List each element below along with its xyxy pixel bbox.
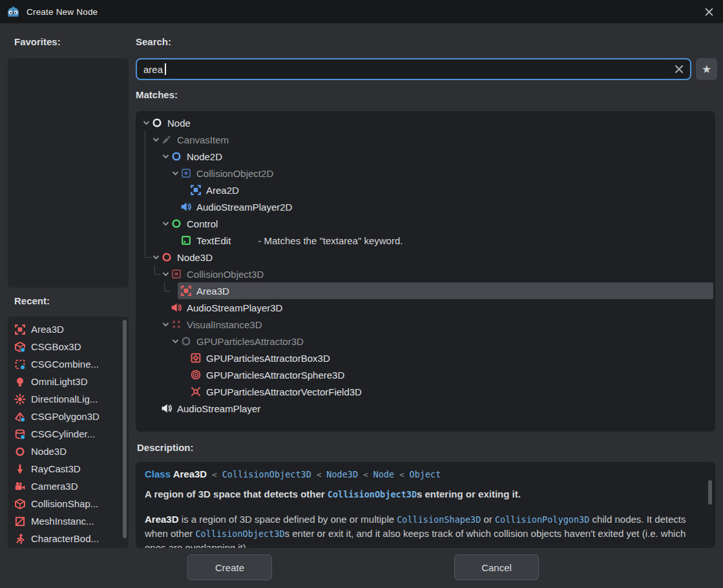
tree-item-canvasitem[interactable]: CanvasItem [136, 131, 715, 148]
class-doc-link[interactable]: CollisionObject3D [222, 469, 311, 479]
favorite-star-button[interactable]: ★ [696, 58, 717, 80]
search-field-wrap [136, 58, 691, 80]
description-label: Description: [137, 442, 194, 453]
search-input[interactable] [136, 58, 691, 80]
tree-item-label: CanvasItem [177, 134, 229, 145]
create-button[interactable]: Create [187, 554, 272, 580]
title-bar: Create New Node [0, 0, 723, 23]
csg-cylinder-3d-icon [14, 428, 26, 440]
cancel-button[interactable]: Cancel [454, 554, 539, 580]
description-scrollbar-thumb[interactable] [708, 480, 712, 505]
recent-item-omnilight3d[interactable]: OmniLight3D [8, 373, 129, 390]
chevron-spacer [151, 403, 161, 414]
chevron-down-icon[interactable] [170, 336, 180, 346]
tree-item-audiostreamplayer3d[interactable]: AudioStreamPlayer3D [136, 299, 715, 316]
recent-item-meshinstanc[interactable]: MeshInstanc... [8, 512, 129, 530]
class-detailed-description: Area3D is a region of 3D space defined b… [145, 512, 706, 548]
tree-item-gpuparticlesattractorsphere3d[interactable]: GPUParticlesAttractorSphere3D [136, 366, 715, 383]
class-doc-link[interactable]: Object [410, 469, 441, 479]
recent-item-csgcylinder[interactable]: CSGCylinder... [8, 425, 129, 443]
class-doc-link[interactable]: CollisionPolygon3D [495, 514, 589, 525]
chevron-down-icon[interactable] [141, 118, 151, 128]
node-icon [151, 117, 163, 129]
recent-list: Area3DCSGBox3DCSGCombine...OmniLight3DDi… [8, 317, 129, 548]
tree-item-gpuparticlesattractorbox3d[interactable]: GPUParticlesAttractorBox3D [136, 350, 715, 366]
omni-light-3d-icon [14, 376, 26, 388]
recent-item-label: Camera3D [31, 481, 78, 492]
canvas-item-icon [161, 134, 173, 145]
tree-item-collisionobject3d[interactable]: CollisionObject3D [136, 266, 715, 282]
tree-item-area2d[interactable]: Area2D [136, 182, 715, 198]
class-doc-link[interactable]: Node [373, 469, 395, 479]
tree-item-audiostreamplayer2d[interactable]: AudioStreamPlayer2D [136, 198, 715, 215]
node2d-icon [171, 151, 182, 162]
control-icon [171, 218, 182, 229]
tree-item-textedit[interactable]: TextEdit- Matches the "textarea" keyword… [136, 232, 715, 249]
tree-guide-line [145, 148, 145, 165]
chevron-spacer [180, 370, 190, 380]
description-text: Area3D [173, 468, 207, 479]
tree-item-gpuparticlesattractor3d[interactable]: GPUParticlesAttractor3D [136, 333, 715, 350]
collision-object-3d-icon [171, 268, 182, 280]
tree-guide-line [145, 198, 145, 215]
chevron-down-icon[interactable] [170, 168, 180, 178]
recent-item-directionallig[interactable]: DirectionalLig... [8, 390, 129, 408]
class-doc-link[interactable]: CollisionObject3D [328, 489, 417, 499]
audio-stream-player-icon [161, 403, 173, 414]
tree-item-node3d[interactable]: Node3D [136, 249, 715, 266]
chevron-down-icon[interactable] [160, 218, 171, 229]
tree-item-visualinstance3d[interactable]: VisualInstance3D [136, 316, 715, 333]
text-edit-icon [180, 235, 192, 246]
csg-polygon-3d-icon [14, 411, 26, 423]
chevron-spacer [160, 302, 171, 313]
chevron-down-icon[interactable] [151, 252, 161, 262]
gpu-particles-attractor-vector-field-3d-icon [190, 386, 202, 397]
description-text: < [358, 470, 373, 479]
gpu-particles-attractor-box-3d-icon [190, 352, 202, 364]
tree-item-area3d[interactable]: Area3D [136, 282, 715, 299]
class-hierarchy-line: Class Area3D < CollisionObject3D < Node3… [145, 467, 706, 481]
chevron-down-icon[interactable] [160, 151, 171, 162]
recent-item-camera3d[interactable]: Camera3D [8, 478, 129, 495]
audio-stream-player-3d-icon [171, 302, 182, 313]
tree-item-audiostreamplayer[interactable]: AudioStreamPlayer [136, 400, 715, 417]
recent-item-label: CSGBox3D [31, 341, 81, 352]
tree-item-label: GPUParticlesAttractorSphere3D [206, 370, 344, 381]
class-doc-link[interactable]: CollisionObject3D [195, 529, 284, 539]
recent-scrollbar-thumb[interactable] [123, 320, 127, 538]
tree-item-label: GPUParticlesAttractorBox3D [206, 353, 330, 364]
tree-item-node[interactable]: Node [136, 114, 715, 131]
audio-stream-player-2d-icon [180, 201, 192, 213]
class-doc-link[interactable]: Node3D [326, 469, 358, 479]
directional-light-3d-icon [14, 394, 26, 405]
node3d-icon [161, 251, 173, 263]
recent-item-area3d[interactable]: Area3D [8, 320, 129, 338]
recent-item-csgpolygon3d[interactable]: CSGPolygon3D [8, 408, 129, 425]
recent-item-node3d[interactable]: Node3D [8, 443, 129, 460]
gpu-particles-attractor-3d-icon [180, 335, 192, 347]
clear-search-icon[interactable] [672, 63, 686, 76]
area2d-icon [190, 184, 202, 196]
tree-item-gpuparticlesattractorvectorfield3d[interactable]: GPUParticlesAttractorVectorField3D [136, 383, 715, 400]
chevron-spacer [180, 185, 190, 195]
chevron-spacer [170, 202, 180, 212]
chevron-down-icon[interactable] [151, 134, 161, 145]
class-doc-link[interactable]: CollisionShape3D [397, 514, 481, 525]
recent-item-csgcombine[interactable]: CSGCombine... [8, 355, 129, 373]
recent-item-label: Node3D [31, 446, 67, 457]
chevron-down-icon[interactable] [160, 319, 171, 330]
tree-item-collisionobject2d[interactable]: CollisionObject2D [136, 165, 715, 182]
area3d-icon [180, 285, 192, 297]
recent-item-collisionshap[interactable]: CollisionShap... [8, 495, 129, 512]
tree-item-node2d[interactable]: Node2D [136, 148, 715, 165]
recent-item-raycast3d[interactable]: RayCast3D [8, 460, 129, 478]
selection-highlight [178, 282, 713, 299]
close-icon[interactable] [700, 3, 718, 20]
recent-item-csgbox3d[interactable]: CSGBox3D [8, 338, 129, 355]
chevron-down-icon[interactable] [160, 269, 171, 279]
tree-item-control[interactable]: Control [136, 215, 715, 232]
recent-item-characterbod[interactable]: CharacterBod... [8, 530, 129, 547]
tree-item-label: Node2D [187, 151, 222, 162]
recent-item-label: OmniLight3D [31, 376, 88, 387]
tree-item-label: Node [167, 118, 191, 129]
